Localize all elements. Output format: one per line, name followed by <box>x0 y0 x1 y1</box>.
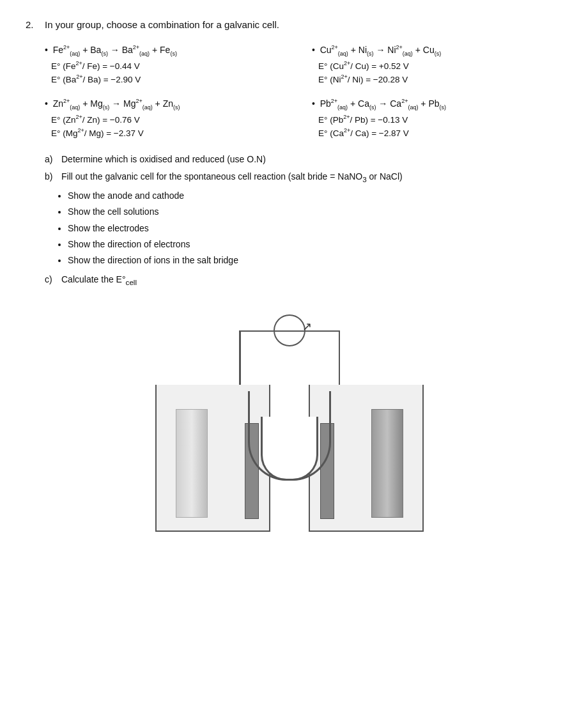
bullet-ion-direction: Show the direction of ions in the salt b… <box>68 252 553 268</box>
parts-section: a) Determine which is oxidised and reduc… <box>45 152 553 288</box>
electrode-right-large <box>371 409 403 518</box>
reaction-line1-3: E° (Cu2+/ Cu) = +0.52 V <box>318 59 553 73</box>
part-b-label: b) <box>45 169 58 183</box>
reaction-item-2: • Zn2+(aq) + Mg(s) → Mg2+(aq) + Zn(s) E°… <box>45 97 286 140</box>
part-b-row: b) Fill out the galvanic cell for the sp… <box>45 169 553 185</box>
reaction-main-1: • Fe2+(aq) + Ba(s) → Ba2+(aq) + Fe(s) <box>45 43 286 58</box>
part-a-text: Determine which is oxidised and reduced … <box>61 152 266 166</box>
reaction-line1-4: E° (Pb2+/ Pb) = −0.13 V <box>318 113 553 127</box>
reaction-line2-3: E° (Ni2+/ Ni) = −20.28 V <box>318 73 553 86</box>
reaction-line2-4: E° (Ca2+/ Ca) = −2.87 V <box>318 127 553 140</box>
reaction-line1-2: E° (Zn2+/ Zn) = −0.76 V <box>51 113 286 127</box>
reactions-grid: • Fe2+(aq) + Ba(s) → Ba2+(aq) + Fe(s) E°… <box>45 43 553 139</box>
reaction-line2-2: E° (Mg2+/ Mg) = −2.37 V <box>51 127 286 140</box>
part-c-text: Calculate the E°cell <box>61 272 137 288</box>
wire-top-right <box>289 330 340 332</box>
reaction-item-4: • Pb2+(aq) + Ca(s) → Ca2+(aq) + Pb(s) E°… <box>312 97 553 140</box>
bullet-electron-direction: Show the direction of electrons <box>68 236 553 252</box>
question-number: 2. <box>26 19 38 30</box>
question-text: In your group, choose a combination for … <box>45 19 279 30</box>
part-c-label: c) <box>45 272 58 286</box>
reaction-item-3: • Cu2+(aq) + Ni(s) → Ni2+(aq) + Cu(s) E°… <box>312 43 553 86</box>
bullet-electrodes: Show the electrodes <box>68 221 553 236</box>
diagram-container: ↗ <box>26 314 553 532</box>
electrode-left-large <box>176 409 208 518</box>
part-b-text: Fill out the galvanic cell for the spont… <box>61 169 403 185</box>
wire-top-left <box>239 330 290 332</box>
bullet-cell-solutions: Show the cell solutions <box>68 204 553 220</box>
salt-bridge-inner <box>261 417 318 481</box>
part-c-row: c) Calculate the E°cell <box>45 272 553 288</box>
reaction-item-1: • Fe2+(aq) + Ba(s) → Ba2+(aq) + Fe(s) E°… <box>45 43 286 86</box>
reaction-main-3: • Cu2+(aq) + Ni(s) → Ni2+(aq) + Cu(s) <box>312 43 553 58</box>
reaction-line2-1: E° (Ba2+/ Ba) = −2.90 V <box>51 73 286 86</box>
bullet-anode-cathode: Show the anode and cathode <box>68 188 553 204</box>
part-a-row: a) Determine which is oxidised and reduc… <box>45 152 553 166</box>
galvanic-cell-diagram: ↗ <box>155 314 424 532</box>
part-a-label: a) <box>45 152 58 166</box>
part-b-bullets: Show the anode and cathode Show the cell… <box>58 188 553 268</box>
reaction-main-4: • Pb2+(aq) + Ca(s) → Ca2+(aq) + Pb(s) <box>312 97 553 112</box>
reaction-main-2: • Zn2+(aq) + Mg(s) → Mg2+(aq) + Zn(s) <box>45 97 286 112</box>
reaction-line1-1: E° (Fe2+/ Fe) = −0.44 V <box>51 59 286 73</box>
